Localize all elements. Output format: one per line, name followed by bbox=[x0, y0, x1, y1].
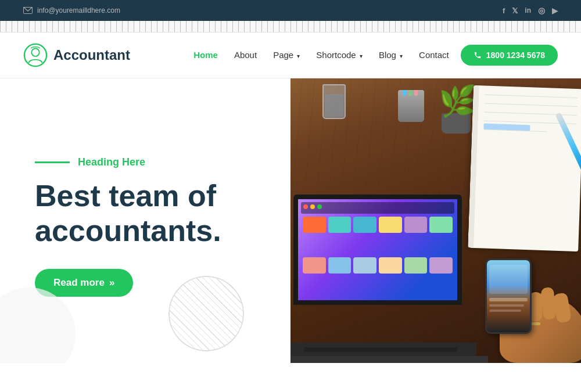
finger-2 bbox=[541, 287, 557, 320]
navbar: Accountant Home About Page ▾ Shortcode ▾… bbox=[0, 33, 581, 78]
traffic-light-green bbox=[317, 204, 322, 209]
hero-right: 🌿 bbox=[290, 78, 581, 363]
browser-window: info@youremailldhere.com f 𝕏 in ◎ ▶ Acco… bbox=[0, 0, 581, 392]
laptop-keyboard bbox=[290, 343, 476, 357]
plant-leaves: 🌿 bbox=[439, 86, 476, 116]
decorative-circle bbox=[168, 276, 244, 351]
glass-liquid bbox=[325, 94, 343, 117]
app-icon-5 bbox=[404, 217, 428, 233]
nav-item-page[interactable]: Page ▾ bbox=[273, 50, 300, 60]
circle-lines-pattern bbox=[168, 276, 244, 351]
phone-text-line3 bbox=[489, 310, 521, 312]
app-icon-11 bbox=[404, 257, 428, 274]
nav-item-contact[interactable]: Contact bbox=[419, 50, 449, 60]
read-more-arrow: » bbox=[109, 277, 114, 289]
plant: 🌿 bbox=[436, 81, 476, 134]
app-icon-7 bbox=[303, 257, 326, 274]
top-bar-left: info@youremailldhere.com bbox=[23, 6, 120, 15]
laptop bbox=[290, 195, 488, 363]
app-icon-4 bbox=[379, 217, 402, 233]
app-icon-9 bbox=[353, 257, 376, 274]
shortcode-arrow: ▾ bbox=[360, 53, 363, 59]
phone-button[interactable]: 1800 1234 5678 bbox=[461, 45, 558, 66]
heading-line bbox=[35, 161, 70, 163]
laptop-screen bbox=[293, 195, 462, 305]
hero-left: Heading Here Best team of accountants. R… bbox=[0, 78, 290, 363]
nav-item-shortcode[interactable]: Shortcode ▾ bbox=[316, 50, 363, 60]
phone bbox=[485, 258, 532, 334]
hero-title-line1: Best team of bbox=[35, 179, 216, 213]
nav-link-home[interactable]: Home bbox=[193, 50, 218, 60]
email-text: info@youremailldhere.com bbox=[37, 6, 120, 15]
traffic-light-red bbox=[303, 204, 308, 209]
read-more-label: Read more bbox=[53, 277, 105, 289]
app-icon-8 bbox=[328, 257, 352, 274]
linkedin-icon[interactable]: in bbox=[525, 6, 531, 15]
pen-in-cup-3 bbox=[414, 90, 418, 96]
nav-item-home[interactable]: Home bbox=[193, 50, 218, 60]
heading-label: Heading Here bbox=[35, 156, 267, 168]
logo: Accountant bbox=[23, 43, 130, 67]
phone-number: 1800 1234 5678 bbox=[486, 51, 545, 60]
nav-item-blog[interactable]: Blog ▾ bbox=[379, 50, 403, 60]
heading-label-text: Heading Here bbox=[78, 156, 145, 168]
app-icon-12 bbox=[429, 257, 453, 274]
phone-text-line1 bbox=[489, 298, 528, 301]
nav-link-shortcode[interactable]: Shortcode ▾ bbox=[316, 50, 363, 60]
pen-in-cup-1 bbox=[403, 90, 406, 96]
decorative-arc bbox=[0, 287, 76, 363]
laptop-trackpad bbox=[304, 347, 457, 352]
nav-link-blog[interactable]: Blog ▾ bbox=[379, 50, 403, 60]
traffic-light-yellow bbox=[310, 204, 315, 209]
nav-link-page[interactable]: Page ▾ bbox=[273, 50, 300, 60]
app-icon-2 bbox=[328, 217, 352, 233]
nav-link-contact[interactable]: Contact bbox=[419, 50, 449, 60]
notebook-line-1 bbox=[485, 94, 578, 98]
app-icon-10 bbox=[379, 257, 402, 274]
app-icon-1 bbox=[303, 217, 326, 233]
email-icon bbox=[23, 7, 33, 14]
phone-icon bbox=[474, 51, 482, 59]
pen-in-cup-2 bbox=[408, 90, 412, 96]
glass bbox=[322, 84, 346, 119]
nav-link-about[interactable]: About bbox=[234, 50, 257, 60]
phone-screen-content bbox=[487, 260, 530, 332]
logo-text: Accountant bbox=[53, 47, 130, 63]
instagram-icon[interactable]: ◎ bbox=[538, 6, 545, 15]
notebook bbox=[468, 85, 581, 251]
notebook-line-2 bbox=[485, 103, 578, 107]
top-bar: info@youremailldhere.com f 𝕏 in ◎ ▶ bbox=[0, 0, 581, 21]
screen-topbar bbox=[301, 202, 454, 214]
phone-text-line2 bbox=[489, 304, 524, 307]
blog-arrow: ▾ bbox=[400, 53, 403, 59]
hero-section: Heading Here Best team of accountants. R… bbox=[0, 78, 581, 363]
hero-title-line2: accountants. bbox=[35, 214, 221, 247]
svg-point-1 bbox=[24, 44, 46, 66]
ruler bbox=[0, 21, 581, 33]
notebook-line-3 bbox=[484, 112, 577, 116]
phone-image bbox=[489, 265, 528, 294]
youtube-icon[interactable]: ▶ bbox=[552, 6, 558, 15]
laptop-base bbox=[290, 356, 488, 363]
hero-image: 🌿 bbox=[290, 78, 581, 363]
app-icon-6 bbox=[429, 217, 453, 233]
svg-point-2 bbox=[31, 49, 39, 56]
page-arrow: ▾ bbox=[297, 53, 300, 59]
twitter-icon[interactable]: 𝕏 bbox=[512, 6, 518, 15]
social-icons: f 𝕏 in ◎ ▶ bbox=[503, 6, 558, 15]
nav-links: Home About Page ▾ Shortcode ▾ Blog ▾ Con… bbox=[193, 50, 449, 60]
app-icons bbox=[303, 217, 453, 296]
app-icon-3 bbox=[353, 217, 376, 233]
nav-item-about[interactable]: About bbox=[234, 50, 257, 60]
pen-cup bbox=[398, 90, 424, 122]
logo-icon bbox=[23, 43, 48, 67]
hero-title: Best team of accountants. bbox=[35, 179, 267, 249]
facebook-icon[interactable]: f bbox=[503, 6, 505, 15]
